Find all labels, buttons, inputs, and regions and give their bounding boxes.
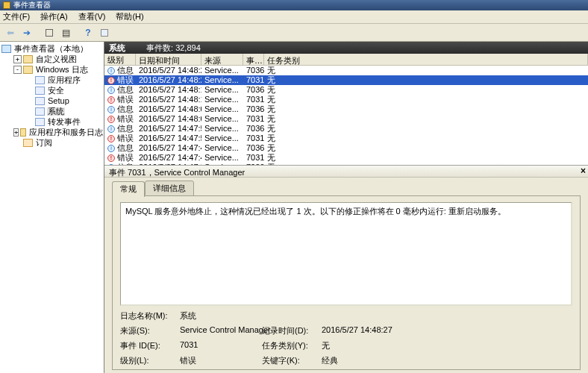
value-logged: 2016/5/27 14:48:27 <box>322 325 411 336</box>
log-name: 系统 <box>109 43 125 54</box>
event-source: Service... <box>201 144 243 152</box>
event-category: 无 <box>264 76 588 84</box>
event-datetime: 2016/5/27 14:48:15 <box>136 86 201 94</box>
error-icon <box>107 154 115 162</box>
content-pane: 系统 事件数: 32,894 级别 日期和时间 来源 事… 任务类别 信息201… <box>104 42 588 373</box>
event-category: 无 <box>264 154 588 162</box>
col-level[interactable]: 级别 <box>104 54 136 65</box>
app-icon <box>3 1 10 9</box>
event-id: 7036 <box>243 144 264 152</box>
event-category: 无 <box>264 86 588 94</box>
eventviewer-icon <box>1 45 11 53</box>
expand-icon[interactable]: + <box>13 128 19 137</box>
list-header: 系统 事件数: 32,894 <box>104 42 588 54</box>
menu-view[interactable]: 查看(V) <box>78 11 106 22</box>
show-hide-button[interactable] <box>42 25 57 40</box>
log-icon <box>35 76 45 84</box>
properties-button[interactable] <box>97 25 112 40</box>
event-id: 7031 <box>243 115 264 123</box>
event-row[interactable]: 信息2016/5/27 14:48:28Service...7036无 <box>104 66 588 75</box>
window-title: 事件查看器 <box>13 1 51 10</box>
nav-tree[interactable]: 事件查看器（本地） + 自定义视图 - Windows 日志 应用程序 安全 S… <box>0 42 104 373</box>
details-title-text: 事件 7031，Service Control Manager <box>109 168 245 177</box>
event-level: 错误 <box>117 95 134 104</box>
tree-setup[interactable]: Setup <box>1 95 104 106</box>
menu-file[interactable]: 文件(F) <box>3 11 30 22</box>
col-date[interactable]: 日期和时间 <box>136 54 201 65</box>
info-icon <box>107 67 115 75</box>
help-button[interactable]: ? <box>81 25 96 40</box>
event-category: 无 <box>264 105 588 113</box>
event-row[interactable]: 信息2016/5/27 14:47:48Service...7036无 <box>104 143 588 153</box>
event-id: 7036 <box>243 86 264 94</box>
event-datetime: 2016/5/27 14:48:07 <box>136 105 201 113</box>
value-taskcat: 无 <box>322 340 411 351</box>
event-datetime: 2016/5/27 14:48:06 <box>136 115 201 123</box>
tree-root[interactable]: 事件查看器（本地） <box>1 43 104 54</box>
tree-custom-views[interactable]: + 自定义视图 <box>1 54 104 64</box>
properties-icon <box>101 29 108 37</box>
expand-icon[interactable]: + <box>13 55 22 63</box>
event-id: 7036 <box>243 125 264 133</box>
tree-security[interactable]: 安全 <box>1 85 104 95</box>
tree-system[interactable]: 系统 <box>1 106 104 116</box>
col-source[interactable]: 来源 <box>201 54 243 65</box>
pane-icon <box>46 29 53 37</box>
event-row[interactable]: 错误2016/5/27 14:47:57Service...7031无 <box>104 134 588 143</box>
event-source: Service... <box>201 115 243 123</box>
column-headers[interactable]: 级别 日期和时间 来源 事… 任务类别 <box>104 54 588 66</box>
event-row[interactable]: 信息2016/5/27 14:48:07Service...7036无 <box>104 104 588 114</box>
label-taskcat: 任务类别(Y): <box>262 340 319 351</box>
back-button[interactable]: ⬅ <box>3 25 18 40</box>
col-cat[interactable]: 任务类别 <box>264 54 588 65</box>
event-row[interactable]: 错误2016/5/27 14:48:27Service...7031无 <box>104 75 588 85</box>
log-icon <box>35 87 45 95</box>
details-tabs: 常规 详细信息 <box>104 178 588 196</box>
event-datetime: 2016/5/27 14:47:58 <box>136 125 201 133</box>
event-category: 无 <box>264 125 588 133</box>
folder-icon <box>20 128 26 137</box>
info-icon <box>107 145 115 152</box>
value-logname: 系统 <box>180 310 259 322</box>
close-icon[interactable]: × <box>581 166 586 176</box>
event-category: 无 <box>264 134 588 142</box>
event-row[interactable]: 错误2016/5/27 14:48:14Service...7031无 <box>104 95 588 104</box>
event-row[interactable]: 错误2016/5/27 14:47:47Service...7031无 <box>104 153 588 163</box>
event-datetime: 2016/5/27 14:47:48 <box>136 144 201 152</box>
event-row[interactable]: 错误2016/5/27 14:48:06Service...7031无 <box>104 114 588 124</box>
label-logged: 记录时间(D): <box>262 325 319 336</box>
tab-general[interactable]: 常规 <box>112 181 145 197</box>
event-source: Service... <box>201 134 243 142</box>
menu-action[interactable]: 操作(A) <box>40 11 68 22</box>
col-id[interactable]: 事… <box>243 54 264 65</box>
collapse-icon[interactable]: - <box>13 66 22 74</box>
event-id: 7036 <box>243 105 264 113</box>
forward-button[interactable]: ➔ <box>19 25 34 40</box>
value-source: Service Control Manager <box>180 325 259 336</box>
event-id: 7031 <box>243 95 264 104</box>
tab-detail[interactable]: 详细信息 <box>145 181 194 196</box>
info-icon <box>107 87 115 94</box>
info-icon <box>107 125 115 133</box>
event-properties: 日志名称(M): 系统 来源(S): Service Control Manag… <box>120 310 572 366</box>
event-id: 7031 <box>243 134 264 142</box>
tree-forwarded[interactable]: 转发事件 <box>1 116 104 127</box>
label-level: 级别(L): <box>120 355 177 366</box>
event-level: 信息 <box>117 105 134 113</box>
tree-app-service-logs[interactable]: + 应用程序和服务日志 <box>1 127 104 137</box>
event-row[interactable]: 信息2016/5/27 14:47:58Service...7036无 <box>104 124 588 134</box>
folder-icon <box>23 55 33 63</box>
event-row[interactable]: 信息2016/5/27 14:48:15Service...7036无 <box>104 85 588 95</box>
tree-windows-logs[interactable]: - Windows 日志 <box>1 64 104 75</box>
refresh-button[interactable]: ▤ <box>58 25 73 40</box>
menu-help[interactable]: 帮助(H) <box>116 11 143 22</box>
event-category: 无 <box>264 95 588 104</box>
event-list[interactable]: 级别 日期和时间 来源 事… 任务类别 信息2016/5/27 14:48:28… <box>104 54 588 166</box>
help-icon: ? <box>85 28 90 38</box>
tab-general-page: MySQL 服务意外地终止，这种情况已经出现了 1 次。以下的修正操作将在 0 … <box>112 195 581 370</box>
event-message[interactable]: MySQL 服务意外地终止，这种情况已经出现了 1 次。以下的修正操作将在 0 … <box>120 202 572 306</box>
tree-application[interactable]: 应用程序 <box>1 75 104 85</box>
tree-subscriptions[interactable]: 订阅 <box>1 137 104 148</box>
event-category: 无 <box>264 144 588 152</box>
error-icon <box>107 96 115 104</box>
